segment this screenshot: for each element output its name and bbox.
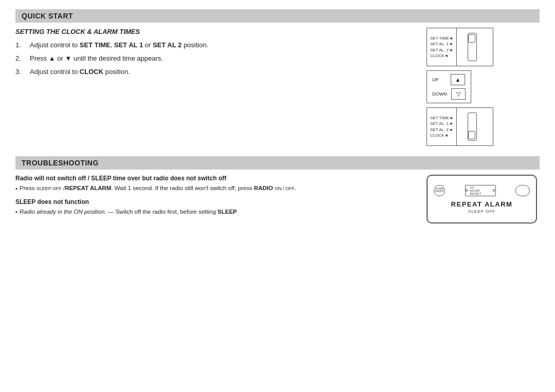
device-top-row: ALARMON/OFF 24HOUR RESET [434,185,530,196]
step-2-num: 2. [15,54,26,63]
issue-1-bullet: • Press SLEEP OFF /REPEAT ALARM. Wait 1 … [15,184,416,193]
updown-down-row: DOWN ▽ [432,88,466,100]
sleep-button [515,185,530,196]
diagram-2: UP ▲ DOWN ▽ [427,70,471,103]
trouble-diagram: ALARMON/OFF 24HOUR RESET REPEAT ALARM [427,175,540,223]
on-off-label: ON / OFF [274,186,294,191]
step-2: 2. Press ▲ or ▼ until the desired time a… [15,54,416,63]
issue-2-bullet: • Radio already in the ON position. — Sw… [15,208,416,216]
troubleshooting-content: Radio will not switch off / SLEEP time o… [15,175,540,223]
repeat-alarm-label: REPEAT ALARM [65,185,111,191]
up-button: ▲ [451,74,465,85]
step-3-num: 3. [15,67,26,77]
bullet-1-text: Press SLEEP OFF /REPEAT ALARM. Wait 1 se… [20,184,297,193]
device-repeat-alarm-label: REPEAT ALARM [451,200,513,208]
d3-label-4: CLOCK◄ [430,133,453,138]
troubleshooting-section: TROUBLESHOOTING Radio will not switch of… [15,156,540,223]
d1-label-2: SET AL. 1◄ [430,41,453,47]
diagram-3-labels: SET TIME◄ SET AL. 1◄ SET AL. 2◄ CLOCK◄ [427,108,457,145]
issue-2-title: SLEEP does not function [15,198,416,206]
device-display: 24HOUR RESET [465,185,496,196]
slider-thumb-3 [468,131,475,139]
step-3: 3. Adjust control to CLOCK position. [15,67,416,77]
diagram-1-slider [457,28,488,66]
quickstart-subtitle: SETTING THE CLOCK & ALARM TIMES [15,28,416,35]
d1-label-1: SET TIME◄ [430,35,453,41]
diagram-3: SET TIME◄ SET AL. 1◄ SET AL. 2◄ CLOCK◄ [427,107,493,146]
quickstart-text: SETTING THE CLOCK & ALARM TIMES 1. Adjus… [15,28,416,146]
radio-on-italic: Radio already in the ON position. [20,209,106,215]
d1-label-3: SET AL. 2◄ [430,47,453,53]
issue-1-title: Radio will not switch off / SLEEP time o… [15,175,416,182]
trouble-text: Radio will not switch off / SLEEP time o… [15,175,416,223]
diagram-1-labels: SET TIME◄ SET AL. 1◄ SET AL. 2◄ CLOCK◄ [427,28,457,66]
display-text: 24HOUR RESET [470,186,491,195]
device-sleep-off-label: SLEEP OFF [468,209,495,214]
up-label: UP [432,77,447,82]
bullet-1-dot: • [15,184,17,193]
d3-label-1: SET TIME◄ [430,115,453,121]
slider-thumb-1 [468,34,475,43]
radio-label: RADIO [254,185,273,191]
down-label: DOWN [432,91,447,97]
slider-track-1 [468,33,477,61]
step-3-text: Adjust control to CLOCK position. [30,67,130,77]
quickstart-header: QUICK START [15,9,540,23]
troubleshooting-header: TROUBLESHOOTING [15,156,540,170]
quickstart-content: SETTING THE CLOCK & ALARM TIMES 1. Adjus… [15,28,540,146]
quickstart-section: QUICK START SETTING THE CLOCK & ALARM TI… [15,9,540,146]
alarm-button: ALARMON/OFF [434,185,445,196]
step-1-num: 1. [15,41,26,50]
d1-label-4: CLOCK◄ [430,53,453,59]
display-circle-right [493,189,495,192]
d3-label-2: SET AL. 1◄ [430,121,453,126]
step-1-text: Adjust control to SET TIME, SET AL 1 or … [30,41,209,50]
display-circle-left [466,189,468,192]
updown-up-row: UP ▲ [432,74,465,85]
down-button: ▽ [451,88,466,100]
diagram-3-slider [457,108,488,145]
slider-track-3 [468,113,477,141]
quickstart-diagrams: SET TIME◄ SET AL. 1◄ SET AL. 2◄ CLOCK◄ [427,28,540,146]
step-1: 1. Adjust control to SET TIME, SET AL 1 … [15,41,416,50]
bullet-2-text: Radio already in the ON position. — Swit… [20,208,237,216]
page: QUICK START SETTING THE CLOCK & ALARM TI… [0,0,555,233]
steps-list: 1. Adjust control to SET TIME, SET AL 1 … [15,41,416,77]
bullet-2-dot: • [15,208,17,216]
device-illustration: ALARMON/OFF 24HOUR RESET REPEAT ALARM [427,175,537,223]
sleep-off-label: SLEEP OFF [36,186,62,191]
diagram-1: SET TIME◄ SET AL. 1◄ SET AL. 2◄ CLOCK◄ [427,28,493,66]
sleep-bold: SLEEP [217,209,237,215]
d3-label-3: SET AL. 2◄ [430,127,453,133]
step-2-text: Press ▲ or ▼ until the desired time appe… [30,54,163,63]
